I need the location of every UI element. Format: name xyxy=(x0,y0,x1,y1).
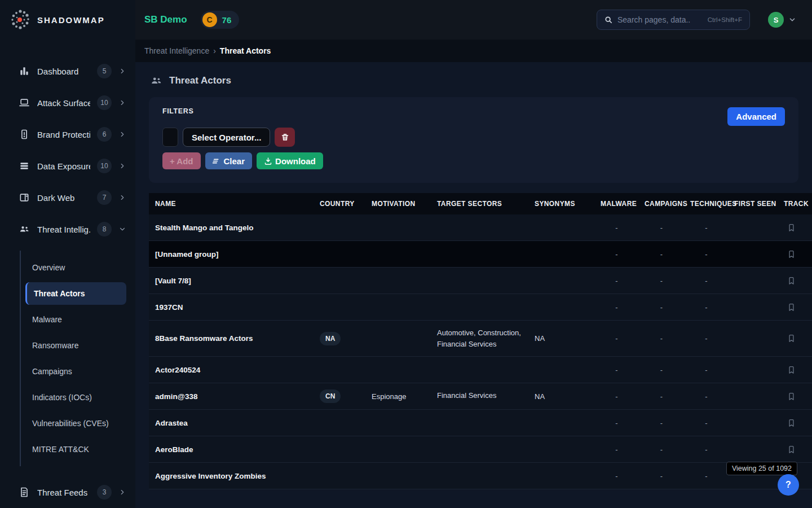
table-row[interactable]: Stealth Mango and Tangelo--- xyxy=(149,214,812,241)
sidebar-subitem-malware[interactable]: Malware xyxy=(21,308,126,331)
sidebar-subitem-vulnerabilities-cves[interactable]: Vulnerabilities (CVEs) xyxy=(21,412,126,435)
cell-target-sectors: Automotive, Construction, Financial Serv… xyxy=(431,321,528,356)
cell-name: Aggressive Inventory Zombies xyxy=(149,463,314,489)
breadcrumb-parent[interactable]: Threat Intelligence xyxy=(144,46,209,55)
search-shortcut-hint: Ctrl+Shift+F xyxy=(708,16,742,23)
cell-campaigns: - xyxy=(638,214,684,240)
cell-target-sectors xyxy=(431,436,528,462)
global-search[interactable]: Ctrl+Shift+F xyxy=(597,10,750,30)
column-header-country[interactable]: COUNTRY xyxy=(314,193,365,214)
table-row[interactable]: Actor240524--- xyxy=(149,357,812,383)
delete-filter-button[interactable] xyxy=(275,128,295,147)
cell-track[interactable] xyxy=(778,357,812,383)
cell-malware: - xyxy=(594,214,638,240)
sidebar-item-label: Attack Surface xyxy=(37,98,90,108)
table-row[interactable]: [Vault 7/8]--- xyxy=(149,268,812,294)
column-header-malware[interactable]: MALWARE xyxy=(594,193,638,214)
cell-track[interactable] xyxy=(778,321,812,356)
sidebar-subitem-label: MITRE ATT&CK xyxy=(32,445,89,454)
sidebar-item-threat-intellig[interactable]: Threat Intellig... 8 xyxy=(0,213,135,245)
count-badge: 7 xyxy=(97,190,112,205)
workspace-name[interactable]: SB Demo xyxy=(144,14,187,25)
user-menu[interactable]: S xyxy=(768,12,796,28)
sidebar-item-dashboard[interactable]: Dashboard 5 xyxy=(0,55,135,87)
table-row[interactable]: Adrastea--- xyxy=(149,410,812,436)
table-row[interactable]: AeroBlade--- xyxy=(149,436,812,463)
cell-techniques: - xyxy=(684,241,728,267)
filters-title: FILTERS xyxy=(162,107,785,115)
trash-icon xyxy=(281,133,289,142)
table-row[interactable]: 1937CN--- xyxy=(149,294,812,321)
column-header-track[interactable]: TRACK xyxy=(778,193,812,214)
chevron-right-icon xyxy=(118,194,126,202)
avatar[interactable]: S xyxy=(768,12,784,28)
column-header-motivation[interactable]: MOTIVATION xyxy=(365,193,431,214)
cell-track[interactable] xyxy=(778,383,812,409)
column-header-sectors[interactable]: TARGET SECTORS xyxy=(431,193,528,214)
bar-chart-icon xyxy=(18,65,30,77)
count-badge: 3 xyxy=(97,485,112,500)
operator-select[interactable]: Select Operator... xyxy=(183,128,270,147)
sidebar-subitem-indicators-iocs[interactable]: Indicators (IOCs) xyxy=(21,386,126,409)
table-row[interactable]: [Unnamed group]--- xyxy=(149,241,812,268)
threat-intelligence-submenu: OverviewThreat ActorsMalwareRansomwareCa… xyxy=(20,251,135,466)
column-header-synonyms[interactable]: SYNONYMS xyxy=(528,193,594,214)
table-row[interactable]: 8Base Ransomware ActorsNAAutomotive, Con… xyxy=(149,321,812,357)
cell-track[interactable] xyxy=(778,294,812,320)
cell-synonyms xyxy=(528,294,594,320)
content-shell: SB Demo C 76 Ctrl+Shift+F S Threat In xyxy=(135,0,812,508)
column-header-first_seen[interactable]: FIRST SEEN xyxy=(728,193,778,214)
sidebar-item-dark-web[interactable]: Dark Web 7 xyxy=(0,182,135,213)
cell-track[interactable] xyxy=(778,268,812,294)
cell-techniques: - xyxy=(684,214,728,240)
cell-techniques: - xyxy=(684,463,728,489)
cell-first-seen xyxy=(728,268,778,294)
shadowmap-logo-icon xyxy=(8,7,33,32)
sidebar-item-data-exposure[interactable]: Data Exposure 10 xyxy=(0,150,135,182)
clear-filters-button[interactable]: Clear xyxy=(205,152,253,169)
help-button[interactable]: ? xyxy=(778,474,799,496)
breadcrumb-separator: › xyxy=(213,46,216,55)
cell-target-sectors xyxy=(431,268,528,294)
cell-malware: - xyxy=(594,241,638,267)
sidebar-subitem-campaigns[interactable]: Campaigns xyxy=(21,360,126,383)
cell-campaigns: - xyxy=(638,268,684,294)
cell-track[interactable] xyxy=(778,241,812,267)
sidebar-subitem-overview[interactable]: Overview xyxy=(21,256,126,279)
table-row[interactable]: admin@338CNEspionageFinancial ServicesNA… xyxy=(149,383,812,410)
sidebar-item-attack-surface[interactable]: Attack Surface 10 xyxy=(0,87,135,119)
column-header-techniques[interactable]: TECHNIQUES xyxy=(684,193,728,214)
cell-synonyms xyxy=(528,214,594,240)
cell-campaigns: - xyxy=(638,410,684,436)
column-header-name[interactable]: NAME xyxy=(149,193,314,214)
cell-target-sectors: Financial Services xyxy=(431,383,528,409)
sidebar-nav-footer: Threat Feeds 3 xyxy=(0,476,135,508)
sidebar-subitem-mitre-att-ck[interactable]: MITRE ATT&CK xyxy=(21,438,126,461)
cell-track[interactable] xyxy=(778,410,812,436)
sidebar-item-brand-protecti[interactable]: Brand Protecti... 6 xyxy=(0,119,135,150)
search-input[interactable] xyxy=(617,15,691,24)
window-icon xyxy=(18,191,30,204)
download-button[interactable]: Download xyxy=(257,152,323,169)
cell-target-sectors xyxy=(431,241,528,267)
sidebar: SHADOWMAP Dashboard 5 Attack Surface 10 … xyxy=(0,0,135,508)
sidebar-item-threat-feeds[interactable]: Threat Feeds 3 xyxy=(0,476,135,508)
stack-icon xyxy=(18,160,30,172)
country-badge: NA xyxy=(320,332,341,345)
sidebar-subitem-ransomware[interactable]: Ransomware xyxy=(21,334,126,357)
filters-panel: FILTERS Advanced Select Operator... + Ad… xyxy=(149,97,798,183)
cell-campaigns: - xyxy=(638,463,684,489)
cell-first-seen xyxy=(728,294,778,320)
bookmark-icon xyxy=(787,222,796,233)
add-filter-button[interactable]: + Add xyxy=(162,152,201,169)
advanced-button[interactable]: Advanced xyxy=(727,107,785,126)
table-row[interactable]: Aggressive Inventory Zombies--- xyxy=(149,463,812,489)
sidebar-subitem-threat-actors[interactable]: Threat Actors xyxy=(25,282,126,305)
column-header-campaigns[interactable]: CAMPAIGNS xyxy=(638,193,684,214)
chevron-down-icon xyxy=(788,16,796,24)
cell-country xyxy=(314,268,365,294)
filter-field-box[interactable] xyxy=(162,128,178,147)
cell-track[interactable] xyxy=(778,214,812,240)
cell-track[interactable] xyxy=(778,436,812,462)
security-score-pill[interactable]: C 76 xyxy=(201,11,240,29)
